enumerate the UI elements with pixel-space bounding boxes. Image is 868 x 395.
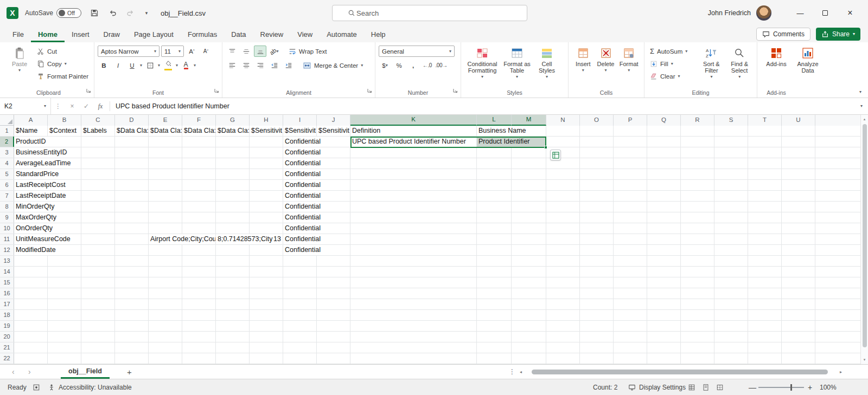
share-button[interactable]: Share ▾ xyxy=(816,28,860,41)
cell-Q11[interactable] xyxy=(647,234,681,244)
cell-C22[interactable] xyxy=(81,353,115,364)
cell-I1[interactable]: $Sensitivit xyxy=(283,126,317,136)
cell-C9[interactable] xyxy=(81,212,115,223)
cell-G17[interactable] xyxy=(216,299,250,309)
cell-F13[interactable] xyxy=(182,256,216,266)
decrease-decimal-button[interactable]: .00→ xyxy=(435,60,448,71)
cell-H19[interactable] xyxy=(250,321,283,331)
sheet-nav-left-icon[interactable]: ‹ xyxy=(12,365,15,379)
conditional-formatting-button[interactable]: Conditional Formatting ▾ xyxy=(464,46,500,88)
cell-D13[interactable] xyxy=(115,256,149,266)
format-as-table-button[interactable]: Format as Table ▾ xyxy=(500,46,534,88)
cell-K21[interactable] xyxy=(350,342,477,353)
cell-K16[interactable] xyxy=(350,288,477,299)
cell-N17[interactable] xyxy=(546,299,580,309)
cell-R18[interactable] xyxy=(681,310,714,320)
cell-A18[interactable] xyxy=(14,310,48,320)
cell-N10[interactable] xyxy=(546,223,580,234)
cell-F16[interactable] xyxy=(182,288,216,299)
cell-D1[interactable]: $Data Cla: xyxy=(115,126,149,136)
cell-N11[interactable] xyxy=(546,234,580,244)
minimize-button[interactable]: — xyxy=(788,0,813,26)
cell-R2[interactable] xyxy=(681,137,714,147)
cell-O1[interactable] xyxy=(580,126,614,136)
tab-page-layout[interactable]: Page Layout xyxy=(127,26,181,42)
cell-R10[interactable] xyxy=(681,223,714,234)
cell-T7[interactable] xyxy=(748,191,782,201)
cell-Q14[interactable] xyxy=(647,267,681,277)
select-all-button[interactable] xyxy=(0,115,14,125)
autosave-toggle[interactable]: AutoSave Off xyxy=(25,0,81,26)
fill-button[interactable]: Fill ▾ xyxy=(648,58,698,69)
cell-J13[interactable] xyxy=(317,256,350,266)
cell-K10[interactable] xyxy=(350,223,477,234)
italic-button[interactable]: I xyxy=(112,60,124,71)
paste-button[interactable]: Paste ▾ xyxy=(7,46,33,88)
cell-T6[interactable] xyxy=(748,180,782,190)
analyze-data-button[interactable]: Analyze Data xyxy=(792,46,824,88)
cell-N16[interactable] xyxy=(546,288,580,299)
cell-E10[interactable] xyxy=(149,223,182,234)
cell-N5[interactable] xyxy=(546,169,580,179)
cell-M21[interactable] xyxy=(512,342,546,353)
cell-F17[interactable] xyxy=(182,299,216,309)
tab-formulas[interactable]: Formulas xyxy=(181,26,224,42)
cell-D15[interactable] xyxy=(115,277,149,288)
cell-O5[interactable] xyxy=(580,169,614,179)
cell-H21[interactable] xyxy=(250,342,283,353)
cell-R12[interactable] xyxy=(681,245,714,255)
cell-O2[interactable] xyxy=(580,137,614,147)
row-header-21[interactable]: 21 xyxy=(0,342,14,353)
cell-L19[interactable] xyxy=(477,321,512,331)
cell-K17[interactable] xyxy=(350,299,477,309)
cell-E20[interactable] xyxy=(149,332,182,342)
page-layout-view-button[interactable] xyxy=(702,384,710,391)
cell-F9[interactable] xyxy=(182,212,216,223)
cell-I20[interactable] xyxy=(283,332,317,342)
cell-E3[interactable] xyxy=(149,147,182,158)
cell-T21[interactable] xyxy=(748,342,782,353)
find-select-button[interactable]: Find & Select ▾ xyxy=(725,46,754,88)
cell-F12[interactable] xyxy=(182,245,216,255)
cell-R14[interactable] xyxy=(681,267,714,277)
cell-C16[interactable] xyxy=(81,288,115,299)
cell-J22[interactable] xyxy=(317,353,350,364)
cell-T15[interactable] xyxy=(748,277,782,288)
cell-G9[interactable] xyxy=(216,212,250,223)
cell-Q20[interactable] xyxy=(647,332,681,342)
row-header-18[interactable]: 18 xyxy=(0,310,14,320)
row-header-6[interactable]: 6 xyxy=(0,180,14,190)
cell-M15[interactable] xyxy=(512,277,546,288)
cell-H3[interactable] xyxy=(250,147,283,158)
column-header-A[interactable]: A xyxy=(14,115,48,126)
bold-button[interactable]: B xyxy=(98,60,110,71)
cell-P8[interactable] xyxy=(614,202,647,212)
cut-button[interactable]: Cut xyxy=(35,46,91,57)
cell-H17[interactable] xyxy=(250,299,283,309)
cell-J16[interactable] xyxy=(317,288,350,299)
scroll-right-icon[interactable]: ▸ xyxy=(840,370,842,374)
cell-R13[interactable] xyxy=(681,256,714,266)
cell-A22[interactable] xyxy=(14,353,48,364)
cell-S8[interactable] xyxy=(714,202,748,212)
cell-E17[interactable] xyxy=(149,299,182,309)
cell-K22[interactable] xyxy=(350,353,477,364)
cell-R17[interactable] xyxy=(681,299,714,309)
cell-D12[interactable] xyxy=(115,245,149,255)
cell-I4[interactable]: Confidential xyxy=(283,158,350,169)
cell-K1[interactable]: Definition xyxy=(350,126,477,136)
cell-T2[interactable] xyxy=(748,137,782,147)
cell-U7[interactable] xyxy=(782,191,815,201)
cell-D17[interactable] xyxy=(115,299,149,309)
cell-M18[interactable] xyxy=(512,310,546,320)
cell-C15[interactable] xyxy=(81,277,115,288)
cell-J1[interactable]: $Sensitivit xyxy=(317,126,350,136)
cell-E8[interactable] xyxy=(149,202,182,212)
font-name-select[interactable]: Aptos Narrow▾ xyxy=(98,46,159,57)
row-header-22[interactable]: 22 xyxy=(0,353,14,364)
cell-Q5[interactable] xyxy=(647,169,681,179)
cell-Q13[interactable] xyxy=(647,256,681,266)
cell-L14[interactable] xyxy=(477,267,512,277)
column-header-I[interactable]: I xyxy=(283,115,317,126)
cell-Q3[interactable] xyxy=(647,147,681,158)
